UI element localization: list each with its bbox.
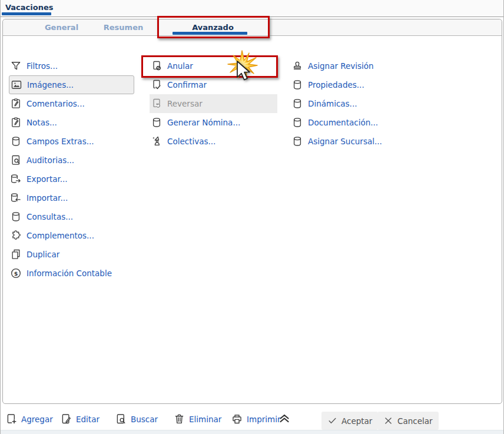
window-title-bar: Vacaciones bbox=[1, 0, 503, 17]
menu-item-documentacion[interactable]: Documentación... bbox=[290, 113, 432, 132]
menu-item-comentarios[interactable]: Comentarios... bbox=[9, 94, 134, 113]
menu-item-label: Consultas... bbox=[26, 212, 73, 221]
menu-column-middle: AnularConfirmarReversarGenerar Nómina...… bbox=[150, 57, 277, 151]
dollar-circle-icon: $ bbox=[10, 267, 22, 279]
window-bottom-edge bbox=[1, 430, 503, 434]
toolbar-button-label: Editar bbox=[76, 415, 100, 424]
menu-item-label: Confirmar bbox=[167, 80, 207, 90]
svg-text:$: $ bbox=[14, 270, 18, 277]
document-plus-icon bbox=[5, 413, 18, 425]
menu-item-complementos[interactable]: Complementos... bbox=[9, 226, 134, 245]
toolbar-editar-button[interactable]: Editar bbox=[60, 408, 100, 430]
toolbar-eliminar-button[interactable]: Eliminar bbox=[173, 408, 221, 430]
menu-item-colectivas[interactable]: Colectivas... bbox=[150, 132, 277, 151]
menu-item-campos-extras[interactable]: Campos Extras... bbox=[9, 132, 134, 151]
menu-column-right: Asignar RevisiónPropiedades...Dinámicas.… bbox=[290, 57, 432, 151]
accept-button-label: Aceptar bbox=[341, 416, 372, 426]
menu-item-filtros[interactable]: Filtros... bbox=[9, 57, 134, 75]
trash-icon bbox=[173, 413, 185, 425]
document-search-icon bbox=[10, 154, 22, 166]
x-icon bbox=[383, 416, 393, 426]
menu-item-label: Comentarios... bbox=[26, 99, 85, 108]
menu-item-duplicar[interactable]: Duplicar bbox=[9, 245, 134, 264]
toolbar-button-label: Agregar bbox=[21, 415, 53, 424]
image-icon bbox=[11, 79, 22, 91]
toolbar-agregar-button[interactable]: Agregar bbox=[5, 408, 53, 430]
database-icon bbox=[291, 79, 303, 91]
database-export-icon bbox=[10, 173, 22, 185]
menu-item-consultas[interactable]: Consultas... bbox=[9, 207, 134, 226]
menu-item-label: Asignar Revisión bbox=[308, 61, 374, 71]
database-icon bbox=[10, 211, 22, 223]
menu-item-dinamicas[interactable]: Dinámicas... bbox=[290, 94, 432, 113]
menu-item-label: Anular bbox=[167, 61, 193, 71]
active-tab-underline bbox=[173, 32, 247, 35]
database-icon bbox=[291, 135, 303, 147]
check-icon bbox=[327, 416, 337, 426]
wizard-icon bbox=[151, 135, 163, 147]
cancel-button-label: Cancelar bbox=[397, 416, 433, 426]
tab-label: Resumen bbox=[104, 23, 143, 32]
accept-button[interactable]: Aceptar bbox=[321, 412, 378, 430]
menu-item-label: Filtros... bbox=[26, 61, 58, 71]
menu-item-label: Documentación... bbox=[308, 118, 378, 127]
title-underline bbox=[2, 12, 51, 15]
tab-label: General bbox=[45, 23, 78, 32]
document-pencil-icon bbox=[60, 413, 72, 425]
menu-item-propiedades[interactable]: Propiedades... bbox=[290, 75, 432, 94]
toolbar-button-label: Imprimir bbox=[247, 415, 280, 424]
database-icon bbox=[291, 98, 303, 110]
toolbar-button-label: Buscar bbox=[131, 415, 158, 424]
toolbar-buscar-button[interactable]: Buscar bbox=[115, 408, 158, 430]
document-magnifier-icon bbox=[115, 413, 127, 425]
menu-item-label: Asignar Sucursal... bbox=[308, 137, 382, 146]
menu-item-notas[interactable]: Notas... bbox=[9, 113, 134, 132]
tab-bar: GeneralResumenAvanzado bbox=[3, 19, 502, 36]
menu-item-exportar[interactable]: Exportar... bbox=[9, 170, 134, 188]
database-icon bbox=[291, 117, 303, 128]
menu-item-asignar-revision[interactable]: Asignar Revisión bbox=[290, 57, 432, 75]
tab-resumen[interactable]: Resumen bbox=[81, 19, 166, 35]
menu-item-reversar: Reversar bbox=[150, 94, 277, 113]
bottom-toolbar: Aceptar Cancelar AgregarEditarBuscarElim… bbox=[1, 408, 503, 430]
document-revert-icon bbox=[151, 98, 163, 110]
main-panel: GeneralResumenAvanzado Filtros...Imágene… bbox=[2, 19, 502, 404]
database-icon bbox=[151, 117, 163, 128]
document-cancel-icon bbox=[151, 60, 163, 72]
funnel-icon bbox=[10, 60, 22, 72]
puzzle-icon bbox=[10, 230, 22, 241]
menu-item-label: Auditorias... bbox=[26, 155, 74, 165]
window-title: Vacaciones bbox=[5, 3, 54, 12]
menu-item-generar-nomina[interactable]: Generar Nómina... bbox=[150, 113, 277, 132]
menu-item-informacion-contable[interactable]: $Información Contable bbox=[9, 264, 134, 283]
menu-item-anular[interactable]: Anular bbox=[150, 57, 277, 75]
menu-item-label: Importar... bbox=[26, 193, 68, 203]
menu-item-label: Imágenes... bbox=[27, 80, 74, 90]
menu-item-auditorias[interactable]: Auditorias... bbox=[9, 151, 134, 170]
menu-item-asignar-sucursal[interactable]: Asignar Sucursal... bbox=[290, 132, 432, 151]
menu-item-label: Propiedades... bbox=[308, 80, 364, 90]
document-check-icon bbox=[151, 79, 163, 91]
tab-label: Avanzado bbox=[192, 23, 234, 32]
menu-item-importar[interactable]: Importar... bbox=[9, 188, 134, 207]
cancel-button[interactable]: Cancelar bbox=[377, 412, 439, 430]
database-import-icon bbox=[10, 192, 22, 204]
menu-item-confirmar[interactable]: Confirmar bbox=[150, 75, 277, 94]
clipboard-edit-icon bbox=[10, 117, 22, 128]
menu-item-label: Información Contable bbox=[26, 269, 112, 278]
printer-icon bbox=[231, 413, 243, 425]
menu-item-label: Exportar... bbox=[26, 174, 68, 184]
clipboard-edit-icon bbox=[10, 98, 22, 110]
menu-item-label: Duplicar bbox=[26, 250, 59, 259]
toolbar-button-label: Eliminar bbox=[189, 415, 221, 424]
menu-item-label: Complementos... bbox=[26, 231, 94, 240]
menu-item-label: Colectivas... bbox=[167, 137, 215, 146]
menu-item-label: Notas... bbox=[26, 118, 57, 127]
toolbar-imprimir-button[interactable]: Imprimir bbox=[231, 408, 280, 430]
menu-item-label: Dinámicas... bbox=[308, 99, 357, 108]
tab-avanzado[interactable]: Avanzado bbox=[170, 19, 256, 35]
menu-item-label: Generar Nómina... bbox=[167, 118, 240, 127]
database-icon bbox=[10, 135, 22, 147]
menu-column-left: Filtros...Imágenes...Comentarios...Notas… bbox=[9, 57, 134, 283]
menu-item-imagenes[interactable]: Imágenes... bbox=[9, 75, 134, 94]
